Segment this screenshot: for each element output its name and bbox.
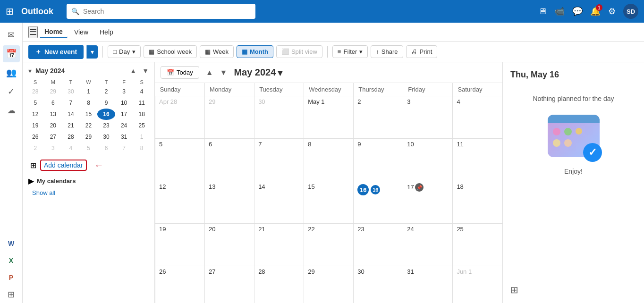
avatar[interactable]: SD [623, 4, 638, 19]
table-row[interactable]: 1616 [354, 181, 403, 224]
mini-cal-day[interactable]: 14 [62, 109, 80, 120]
my-calendars-row[interactable]: ▶ My calendars [28, 177, 151, 185]
mini-cal-day[interactable]: 3 [44, 143, 62, 154]
table-row[interactable]: May 1 [304, 96, 354, 139]
mini-cal-day[interactable]: 18 [133, 109, 151, 120]
search-input[interactable] [83, 8, 251, 15]
menu-home[interactable]: Home [40, 26, 68, 38]
table-row[interactable]: 23 [354, 224, 403, 266]
cal-next-btn[interactable]: ▼ [217, 67, 230, 78]
rail-onedrive-icon[interactable]: ☁ [3, 102, 20, 119]
mini-cal-day[interactable]: 9 [97, 97, 115, 109]
table-row[interactable]: 19 [155, 224, 205, 266]
print-button[interactable]: 🖨 Print [406, 45, 438, 58]
cal-month-title[interactable]: May 2024 ▾ [234, 67, 282, 78]
mini-cal-day[interactable]: 2 [26, 143, 44, 154]
rail-people-icon[interactable]: 👥 [3, 64, 20, 81]
add-calendar-label[interactable]: Add calendar [40, 160, 87, 171]
school-week-button[interactable]: ▦ School week [144, 45, 197, 58]
mini-cal-day[interactable]: 23 [97, 120, 115, 131]
table-row[interactable]: 15 [304, 181, 354, 224]
grid-icon[interactable]: ⊞ [6, 6, 14, 17]
new-event-button[interactable]: ＋ New event [28, 45, 84, 59]
hamburger-button[interactable]: ☰ [28, 26, 38, 38]
split-view-button[interactable]: ⬜ Split view [276, 45, 322, 58]
table-row[interactable]: 29 [304, 266, 354, 303]
show-all-link[interactable]: Show all [32, 189, 151, 196]
rail-ppt-icon[interactable]: P [3, 269, 20, 286]
share-button[interactable]: ↑ Share [371, 45, 403, 58]
table-row[interactable]: 12 [155, 181, 205, 224]
table-row[interactable]: Jun 1 [453, 266, 502, 303]
mini-cal-day[interactable]: 29 [80, 131, 98, 143]
mini-cal-day[interactable]: 28 [62, 131, 80, 143]
month-view-button[interactable]: ▦ Month [237, 45, 273, 58]
table-row[interactable]: 7 [254, 139, 304, 181]
table-row[interactable]: 25 [453, 224, 502, 266]
table-row[interactable]: 11 [453, 139, 502, 181]
mini-cal-day[interactable]: 5 [26, 97, 44, 109]
mini-cal-day[interactable]: 24 [115, 120, 133, 131]
table-row[interactable]: 6 [205, 139, 254, 181]
table-row[interactable]: 30 [354, 266, 403, 303]
mini-cal-day[interactable]: 30 [97, 131, 115, 143]
table-row[interactable]: 29 [205, 96, 254, 139]
table-row[interactable]: 27 [205, 266, 254, 303]
mini-cal-day[interactable]: 3 [115, 86, 133, 97]
today-button[interactable]: 📅 Today [161, 66, 199, 79]
mini-cal-day[interactable]: 1 [80, 86, 98, 97]
mini-cal-day[interactable]: 13 [44, 109, 62, 120]
table-row[interactable]: 9 [354, 139, 403, 181]
notification-icon[interactable]: 🔔 1 [590, 6, 601, 17]
meeting-icon[interactable]: 📹 [554, 6, 565, 17]
chat-icon[interactable]: 💬 [572, 6, 583, 17]
rail-calendar-icon[interactable]: 📅 [3, 45, 20, 62]
mini-cal-day[interactable]: 27 [44, 131, 62, 143]
table-row[interactable]: 21 [254, 224, 304, 266]
mini-cal-day[interactable]: 10 [115, 97, 133, 109]
table-row[interactable]: 28 [254, 266, 304, 303]
mini-cal-day[interactable]: 21 [62, 120, 80, 131]
mini-cal-day[interactable]: 22 [80, 120, 98, 131]
bottom-cal-icon[interactable]: ⊞ [510, 284, 636, 295]
mini-cal-day[interactable]: 8 [80, 97, 98, 109]
search-bar[interactable]: 🔍 [67, 4, 255, 19]
table-row[interactable]: 22 [304, 224, 354, 266]
mini-cal-next[interactable]: ▼ [140, 66, 151, 76]
mini-cal-day[interactable]: 16 [97, 109, 115, 120]
rail-apps-icon[interactable]: ⊞ [3, 286, 20, 303]
table-row[interactable]: Apr 28 [155, 96, 205, 139]
mini-cal-day[interactable]: 4 [62, 143, 80, 154]
mini-cal-day[interactable]: 1 [133, 131, 151, 143]
day-view-button[interactable]: □ Day ▾ [108, 45, 141, 58]
mini-cal-prev[interactable]: ▲ [128, 66, 138, 76]
mini-cal-day[interactable]: 30 [62, 86, 80, 97]
table-row[interactable]: 24 [403, 224, 453, 266]
mini-cal-day[interactable]: 31 [115, 131, 133, 143]
new-event-caret[interactable]: ▾ [86, 45, 98, 59]
table-row[interactable]: 17📌 [403, 181, 453, 224]
mini-cal-collapse[interactable]: ▾ [26, 66, 34, 76]
mini-cal-day[interactable]: 5 [80, 143, 98, 154]
table-row[interactable]: 5 [155, 139, 205, 181]
mini-cal-day[interactable]: 17 [115, 109, 133, 120]
event-dot[interactable]: 16 [371, 185, 380, 194]
table-row[interactable]: 31 [403, 266, 453, 303]
rail-excel-icon[interactable]: X [3, 252, 20, 269]
cal-prev-btn[interactable]: ▲ [203, 67, 216, 78]
table-row[interactable]: 20 [205, 224, 254, 266]
screen-share-icon[interactable]: 🖥 [538, 7, 547, 17]
mini-cal-day[interactable]: 11 [133, 97, 151, 109]
mini-cal-day[interactable]: 25 [133, 120, 151, 131]
mini-cal-day[interactable]: 28 [26, 86, 44, 97]
rail-word-icon[interactable]: W [3, 235, 20, 252]
menu-view[interactable]: View [69, 26, 93, 38]
mini-cal-day[interactable]: 2 [97, 86, 115, 97]
mini-cal-day[interactable]: 12 [26, 109, 44, 120]
table-row[interactable]: 4 [453, 96, 502, 139]
mini-cal-day[interactable]: 4 [133, 86, 151, 97]
table-row[interactable]: 3 [403, 96, 453, 139]
filter-button[interactable]: ≡ Filter ▾ [332, 45, 368, 58]
mini-cal-day[interactable]: 15 [80, 109, 98, 120]
mini-cal-day[interactable]: 6 [97, 143, 115, 154]
